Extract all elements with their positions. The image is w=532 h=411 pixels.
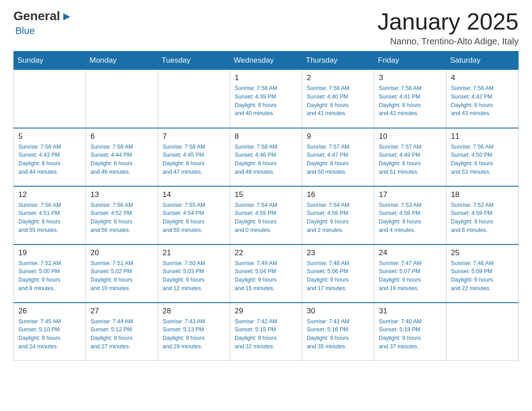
day-info: Sunrise: 7:58 AM Sunset: 4:39 PM Dayligh…: [235, 84, 297, 118]
day-info: Sunrise: 7:58 AM Sunset: 4:42 PM Dayligh…: [451, 84, 514, 118]
day-number: 1: [235, 73, 297, 82]
calendar-cell: 24Sunrise: 7:47 AM Sunset: 5:07 PM Dayli…: [374, 244, 446, 303]
logo: General ► Blue: [13, 9, 73, 37]
day-info: Sunrise: 7:56 AM Sunset: 4:52 PM Dayligh…: [90, 201, 153, 235]
calendar-cell: 28Sunrise: 7:43 AM Sunset: 5:13 PM Dayli…: [158, 303, 230, 361]
calendar-cell: 17Sunrise: 7:53 AM Sunset: 4:58 PM Dayli…: [374, 186, 446, 244]
calendar-cell: 10Sunrise: 7:57 AM Sunset: 4:49 PM Dayli…: [374, 128, 446, 186]
day-info: Sunrise: 7:56 AM Sunset: 4:51 PM Dayligh…: [18, 201, 81, 235]
calendar-cell: 2Sunrise: 7:58 AM Sunset: 4:40 PM Daylig…: [302, 70, 374, 128]
calendar-header-sunday: Sunday: [14, 51, 86, 70]
calendar-header-thursday: Thursday: [302, 51, 374, 70]
day-number: 16: [307, 190, 369, 199]
day-info: Sunrise: 7:44 AM Sunset: 5:12 PM Dayligh…: [90, 317, 153, 351]
calendar-header-monday: Monday: [86, 51, 158, 70]
page-header: General ► Blue January 2025 Nanno, Trent…: [13, 9, 519, 47]
calendar-cell: 31Sunrise: 7:40 AM Sunset: 5:18 PM Dayli…: [374, 303, 446, 361]
day-number: 30: [307, 307, 369, 316]
calendar-cell: 21Sunrise: 7:50 AM Sunset: 5:03 PM Dayli…: [158, 244, 230, 303]
day-info: Sunrise: 7:58 AM Sunset: 4:44 PM Dayligh…: [90, 143, 153, 176]
calendar-cell: 14Sunrise: 7:55 AM Sunset: 4:54 PM Dayli…: [158, 186, 230, 244]
day-info: Sunrise: 7:41 AM Sunset: 5:16 PM Dayligh…: [307, 317, 369, 351]
calendar-cell: 26Sunrise: 7:45 AM Sunset: 5:10 PM Dayli…: [14, 303, 86, 361]
location-text: Nanno, Trentino-Alto Adige, Italy: [378, 36, 519, 47]
calendar-cell: 4Sunrise: 7:58 AM Sunset: 4:42 PM Daylig…: [446, 70, 519, 128]
calendar-header-friday: Friday: [374, 51, 446, 70]
day-info: Sunrise: 7:58 AM Sunset: 4:46 PM Dayligh…: [235, 143, 297, 176]
calendar-week-row: 26Sunrise: 7:45 AM Sunset: 5:10 PM Dayli…: [14, 303, 519, 361]
calendar-header-wednesday: Wednesday: [230, 51, 302, 70]
day-info: Sunrise: 7:51 AM Sunset: 5:02 PM Dayligh…: [90, 259, 153, 293]
day-number: 2: [307, 73, 369, 82]
day-number: 3: [379, 73, 442, 82]
day-number: 7: [163, 132, 225, 141]
calendar-header-tuesday: Tuesday: [158, 51, 230, 70]
calendar-cell: 9Sunrise: 7:57 AM Sunset: 4:47 PM Daylig…: [302, 128, 374, 186]
day-number: 23: [307, 248, 369, 257]
day-number: 14: [163, 190, 225, 199]
day-number: 10: [379, 132, 442, 141]
day-info: Sunrise: 7:56 AM Sunset: 4:50 PM Dayligh…: [451, 143, 514, 176]
day-info: Sunrise: 7:54 AM Sunset: 4:55 PM Dayligh…: [235, 201, 297, 235]
day-number: 8: [235, 132, 297, 141]
calendar-cell: 3Sunrise: 7:58 AM Sunset: 4:41 PM Daylig…: [374, 70, 446, 128]
month-title: January 2025: [378, 9, 519, 34]
calendar-cell: [158, 70, 230, 128]
calendar-cell: 8Sunrise: 7:58 AM Sunset: 4:46 PM Daylig…: [230, 128, 302, 186]
title-block: January 2025 Nanno, Trentino-Alto Adige,…: [378, 9, 519, 47]
day-info: Sunrise: 7:53 AM Sunset: 4:58 PM Dayligh…: [379, 201, 442, 235]
day-number: 18: [451, 190, 514, 199]
day-number: 19: [18, 248, 81, 257]
day-number: 17: [379, 190, 442, 199]
calendar-cell: 27Sunrise: 7:44 AM Sunset: 5:12 PM Dayli…: [86, 303, 158, 361]
day-number: 9: [307, 132, 369, 141]
day-info: Sunrise: 7:50 AM Sunset: 5:03 PM Dayligh…: [163, 259, 225, 293]
logo-blue-text: Blue: [15, 25, 35, 37]
logo-general-text: General: [13, 9, 60, 23]
calendar-cell: 30Sunrise: 7:41 AM Sunset: 5:16 PM Dayli…: [302, 303, 374, 361]
calendar-cell: 6Sunrise: 7:58 AM Sunset: 4:44 PM Daylig…: [86, 128, 158, 186]
calendar-cell: 20Sunrise: 7:51 AM Sunset: 5:02 PM Dayli…: [86, 244, 158, 303]
calendar-cell: 25Sunrise: 7:46 AM Sunset: 5:09 PM Dayli…: [446, 244, 519, 303]
day-number: 22: [235, 248, 297, 257]
day-info: Sunrise: 7:57 AM Sunset: 4:47 PM Dayligh…: [307, 143, 369, 176]
day-info: Sunrise: 7:52 AM Sunset: 4:59 PM Dayligh…: [451, 201, 514, 235]
day-info: Sunrise: 7:46 AM Sunset: 5:09 PM Dayligh…: [451, 259, 514, 293]
day-info: Sunrise: 7:40 AM Sunset: 5:18 PM Dayligh…: [379, 317, 442, 351]
calendar-cell: [446, 303, 519, 361]
day-number: 20: [90, 248, 153, 257]
calendar-cell: 12Sunrise: 7:56 AM Sunset: 4:51 PM Dayli…: [14, 186, 86, 244]
day-number: 28: [163, 307, 225, 316]
calendar-cell: 7Sunrise: 7:58 AM Sunset: 4:45 PM Daylig…: [158, 128, 230, 186]
calendar-cell: 18Sunrise: 7:52 AM Sunset: 4:59 PM Dayli…: [446, 186, 519, 244]
day-info: Sunrise: 7:54 AM Sunset: 4:56 PM Dayligh…: [307, 201, 369, 235]
logo-arrow-icon: ►: [61, 9, 73, 23]
calendar-week-row: 12Sunrise: 7:56 AM Sunset: 4:51 PM Dayli…: [14, 186, 519, 244]
day-number: 25: [451, 248, 514, 257]
day-number: 21: [163, 248, 225, 257]
day-number: 13: [90, 190, 153, 199]
calendar-table: SundayMondayTuesdayWednesdayThursdayFrid…: [13, 51, 519, 361]
day-info: Sunrise: 7:49 AM Sunset: 5:04 PM Dayligh…: [235, 259, 297, 293]
day-info: Sunrise: 7:43 AM Sunset: 5:13 PM Dayligh…: [163, 317, 225, 351]
calendar-week-row: 5Sunrise: 7:58 AM Sunset: 4:43 PM Daylig…: [14, 128, 519, 186]
day-number: 27: [90, 307, 153, 316]
day-info: Sunrise: 7:42 AM Sunset: 5:15 PM Dayligh…: [235, 317, 297, 351]
day-info: Sunrise: 7:47 AM Sunset: 5:07 PM Dayligh…: [379, 259, 442, 293]
day-info: Sunrise: 7:52 AM Sunset: 5:00 PM Dayligh…: [18, 259, 81, 293]
day-info: Sunrise: 7:58 AM Sunset: 4:40 PM Dayligh…: [307, 84, 369, 118]
calendar-cell: 15Sunrise: 7:54 AM Sunset: 4:55 PM Dayli…: [230, 186, 302, 244]
calendar-cell: 13Sunrise: 7:56 AM Sunset: 4:52 PM Dayli…: [86, 186, 158, 244]
day-number: 24: [379, 248, 442, 257]
day-info: Sunrise: 7:45 AM Sunset: 5:10 PM Dayligh…: [18, 317, 81, 351]
day-number: 12: [18, 190, 81, 199]
calendar-cell: 22Sunrise: 7:49 AM Sunset: 5:04 PM Dayli…: [230, 244, 302, 303]
calendar-cell: 16Sunrise: 7:54 AM Sunset: 4:56 PM Dayli…: [302, 186, 374, 244]
day-number: 11: [451, 132, 514, 141]
day-info: Sunrise: 7:55 AM Sunset: 4:54 PM Dayligh…: [163, 201, 225, 235]
day-info: Sunrise: 7:58 AM Sunset: 4:45 PM Dayligh…: [163, 143, 225, 176]
calendar-cell: 5Sunrise: 7:58 AM Sunset: 4:43 PM Daylig…: [14, 128, 86, 186]
calendar-cell: 1Sunrise: 7:58 AM Sunset: 4:39 PM Daylig…: [230, 70, 302, 128]
calendar-week-row: 1Sunrise: 7:58 AM Sunset: 4:39 PM Daylig…: [14, 70, 519, 128]
calendar-header-row: SundayMondayTuesdayWednesdayThursdayFrid…: [14, 51, 519, 70]
